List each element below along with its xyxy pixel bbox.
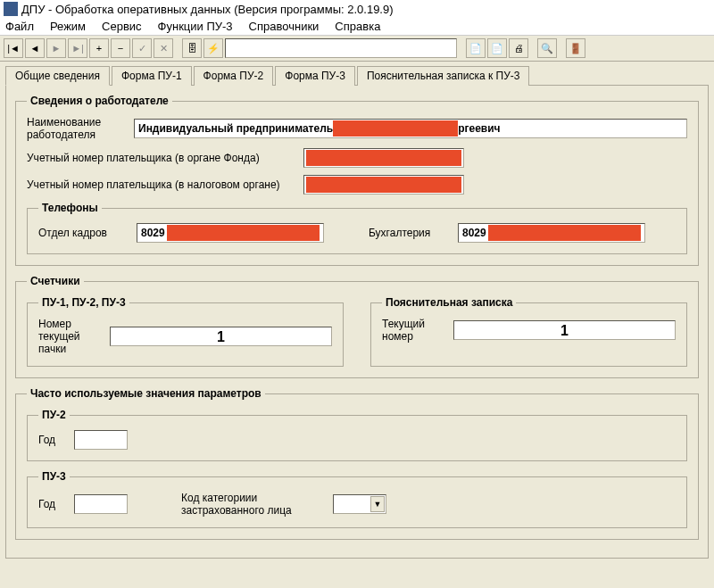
acct-tax-label: Учетный номер плательщика (в налоговом о…: [27, 178, 295, 191]
group-counters-legend: Счетчики: [27, 275, 84, 287]
phone-acc-input[interactable]: 8029: [458, 223, 645, 243]
menu-mode[interactable]: Режим: [50, 20, 86, 33]
group-phones-legend: Телефоны: [38, 202, 102, 214]
tab-pu1[interactable]: Форма ПУ-1: [112, 66, 192, 86]
phone-acc-label: Бухгалтерия: [369, 227, 449, 239]
acct-tax-input[interactable]: [303, 175, 464, 195]
counter-note-input[interactable]: 1: [453, 320, 676, 340]
pu3-category-combo[interactable]: ▼: [333, 494, 386, 514]
menu-help[interactable]: Справка: [335, 20, 380, 33]
group-pu3-legend: ПУ-3: [38, 470, 70, 483]
group-frequent-legend: Часто используемые значения параметров: [27, 387, 265, 400]
database-icon[interactable]: 🗄: [182, 38, 202, 58]
nav-next-button[interactable]: ►: [46, 38, 66, 58]
confirm-button[interactable]: ✓: [132, 38, 152, 58]
cancel-button[interactable]: ✕: [154, 38, 173, 58]
group-counters: Счетчики ПУ-1, ПУ-2, ПУ-3 Номер текущей …: [15, 275, 699, 378]
redacted-block: [306, 177, 461, 193]
add-button[interactable]: +: [89, 38, 109, 58]
employer-name-input[interactable]: Индивидуальный предприниматель ргеевич: [134, 119, 687, 138]
acct-fund-label: Учетный номер плательщика (в органе Фонд…: [27, 152, 295, 164]
window-titlebar: ДПУ - Обработка оперативных данных (Верс…: [0, 0, 714, 18]
search-icon[interactable]: 🔍: [537, 38, 557, 58]
phone-acc-value: 8029: [462, 227, 486, 239]
employer-name-prefix: Индивидуальный предприниматель: [138, 122, 333, 135]
nav-first-button[interactable]: |◄: [4, 38, 23, 58]
group-counters-pu-legend: ПУ-1, ПУ-2, ПУ-3: [38, 296, 129, 309]
phone-hr-input[interactable]: 8029: [137, 223, 324, 243]
separator: [559, 38, 564, 58]
menu-service[interactable]: Сервис: [102, 20, 142, 33]
pu2-year-input[interactable]: [74, 430, 128, 450]
document2-icon[interactable]: 📄: [487, 38, 507, 58]
tab-page-general: Сведения о работодателе Наименование раб…: [5, 85, 709, 559]
separator: [175, 38, 180, 58]
toolbar-search-input[interactable]: [225, 38, 457, 58]
nav-prev-button[interactable]: ◄: [25, 38, 45, 58]
group-counters-note: Пояснительная записка Текущий номер 1: [370, 296, 687, 367]
group-employer-legend: Сведения о работодателе: [27, 95, 172, 107]
tab-pu3[interactable]: Форма ПУ-3: [275, 66, 355, 86]
lightning-icon[interactable]: ⚡: [203, 38, 223, 58]
redacted-block: [167, 225, 320, 241]
menu-references[interactable]: Справочники: [249, 20, 320, 33]
pu3-category-label: Код категориии застрахованного лица: [181, 492, 324, 517]
tab-pu2[interactable]: Форма ПУ-2: [194, 66, 274, 86]
tab-strip: Общие сведения Форма ПУ-1 Форма ПУ-2 Фор…: [0, 62, 714, 85]
chevron-down-icon: ▼: [370, 496, 385, 512]
redacted-block: [333, 120, 458, 137]
separator: [530, 38, 536, 58]
employer-name-suffix: ргеевич: [458, 122, 500, 135]
counter-pu-label: Номер текущей пачки: [38, 318, 101, 355]
print-icon[interactable]: 🖨: [509, 38, 528, 58]
phone-hr-label: Отдел кадров: [38, 227, 128, 239]
remove-button[interactable]: −: [111, 38, 130, 58]
counter-note-label: Текущий номер: [382, 318, 444, 343]
separator: [459, 38, 464, 58]
phone-hr-value: 8029: [141, 227, 165, 239]
exit-icon[interactable]: 🚪: [566, 38, 585, 58]
pu2-year-label: Год: [38, 434, 65, 446]
employer-name-label: Наименование работодателя: [27, 116, 125, 141]
redacted-block: [488, 225, 641, 241]
group-phones: Телефоны Отдел кадров 8029 Бухгалтерия 8…: [27, 202, 687, 254]
pu3-year-label: Год: [38, 498, 65, 510]
group-employer: Сведения о работодателе Наименование раб…: [15, 95, 699, 266]
menu-functions-pu3[interactable]: Функции ПУ-3: [158, 20, 233, 33]
acct-fund-input[interactable]: [303, 148, 464, 168]
menu-file[interactable]: Файл: [5, 20, 34, 33]
nav-last-button[interactable]: ►|: [68, 38, 87, 58]
pu3-year-input[interactable]: [74, 494, 128, 514]
app-icon: [4, 2, 18, 16]
tab-note-pu3[interactable]: Пояснительная записка к ПУ-3: [357, 66, 530, 86]
group-counters-note-legend: Пояснительная записка: [382, 296, 516, 309]
counter-pu-input[interactable]: 1: [110, 327, 332, 346]
group-counters-pu: ПУ-1, ПУ-2, ПУ-3 Номер текущей пачки 1: [27, 296, 344, 367]
tab-general[interactable]: Общие сведения: [5, 66, 110, 86]
group-pu2: ПУ-2 Год: [27, 409, 687, 461]
window-title: ДПУ - Обработка оперативных данных (Верс…: [21, 3, 394, 16]
document-icon[interactable]: 📄: [466, 38, 486, 58]
group-frequent: Часто используемые значения параметров П…: [15, 387, 699, 540]
menubar: Файл Режим Сервис Функции ПУ-3 Справочни…: [0, 18, 714, 36]
group-pu3: ПУ-3 Год Код категориии застрахованного …: [27, 470, 687, 528]
redacted-block: [306, 150, 461, 166]
group-pu2-legend: ПУ-2: [38, 409, 70, 421]
toolbar: |◄ ◄ ► ►| + − ✓ ✕ 🗄 ⚡ 📄 📄 🖨 🔍 🚪: [0, 36, 714, 62]
